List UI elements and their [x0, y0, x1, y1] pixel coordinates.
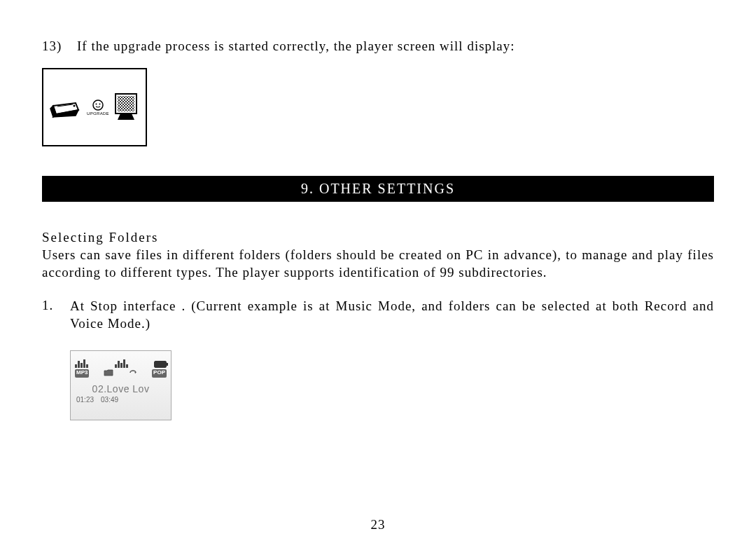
song-title: 02.Love Lov	[74, 379, 168, 394]
list-number: 1.	[42, 298, 70, 332]
step-13: 13) If the upgrade process is started co…	[42, 39, 714, 54]
smiley-face-icon: UPGRADE	[87, 99, 109, 116]
subsection-body: Users can save files in different folder…	[42, 247, 714, 281]
repeat-icon	[128, 369, 138, 378]
page-number: 23	[0, 517, 756, 532]
svg-point-1	[74, 105, 76, 107]
step-number: 13)	[42, 39, 77, 54]
upgrade-screen-image: UPGRADE	[42, 68, 147, 146]
list-text: At Stop interface . (Current example is …	[70, 298, 714, 332]
step-text: If the upgrade process is started correc…	[77, 39, 714, 54]
player-device-icon	[49, 96, 83, 118]
svg-point-2	[93, 100, 103, 110]
song-screen: MP3 POP 02.Love Lov 01:23 03:49	[71, 351, 171, 420]
subsection-title: Selecting Folders	[42, 230, 714, 245]
folder-icon	[104, 369, 113, 378]
svg-point-4	[99, 104, 101, 105]
pop-badge: POP	[152, 369, 167, 378]
song-times: 01:23 03:49	[74, 394, 168, 405]
svg-point-3	[96, 104, 97, 105]
svg-rect-6	[118, 96, 134, 111]
monitor-icon	[113, 92, 140, 123]
eq-bars-left	[75, 359, 88, 368]
badges-row: MP3 POP	[74, 368, 168, 379]
section-header: 9. OTHER SETTINGS	[42, 176, 714, 202]
eq-bars-right	[115, 359, 128, 368]
upgrade-label: UPGRADE	[87, 111, 109, 116]
battery-icon	[154, 361, 167, 368]
upgrade-graphic: UPGRADE	[49, 92, 140, 123]
elapsed-time: 01:23	[76, 396, 94, 404]
music-screen-image: MP3 POP 02.Love Lov 01:23 03:49	[70, 350, 172, 420]
list-item-1: 1. At Stop interface . (Current example …	[42, 298, 714, 332]
mp3-badge: MP3	[75, 369, 89, 378]
total-time: 03:49	[101, 396, 118, 404]
equalizer-row	[74, 354, 168, 368]
